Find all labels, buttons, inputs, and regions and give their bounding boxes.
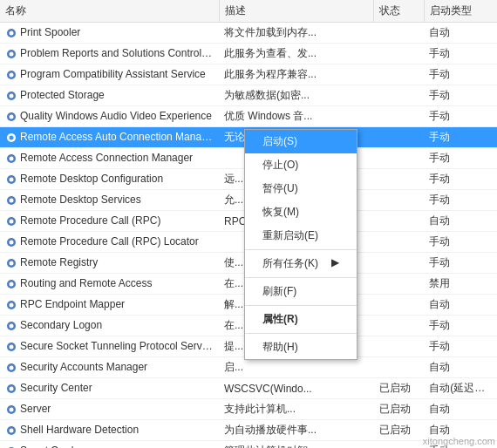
service-status	[374, 336, 425, 357]
svg-point-9	[10, 114, 14, 119]
service-startup: 自动	[424, 295, 497, 316]
context-menu-item[interactable]: 帮助(H)	[245, 336, 357, 359]
service-status	[374, 127, 425, 148]
service-status	[374, 148, 425, 169]
service-status: 已启动	[374, 420, 425, 441]
context-menu-item[interactable]: 刷新(F)	[245, 280, 357, 303]
service-startup: 手动	[424, 44, 497, 64]
svg-point-25	[10, 282, 14, 286]
col-desc-header[interactable]: 描述	[219, 0, 374, 23]
table-row[interactable]: Problem Reports and Solutions Control Pa…	[0, 44, 497, 64]
context-menu-item[interactable]: 所有任务(K)▶	[245, 252, 357, 275]
service-startup: 自动	[424, 399, 497, 420]
service-icon	[5, 110, 20, 122]
service-icon	[5, 89, 20, 101]
context-menu-item[interactable]: 暂停(U)	[245, 177, 357, 200]
service-status	[374, 44, 425, 64]
service-startup: 自动	[424, 23, 497, 44]
service-status	[374, 232, 425, 253]
service-startup: 禁用	[424, 274, 497, 295]
service-icon	[5, 256, 20, 268]
context-menu-label: 所有任务(K)	[262, 257, 318, 269]
service-icon	[5, 319, 20, 331]
context-menu-label: 暂停(U)	[262, 182, 298, 194]
svg-point-23	[10, 261, 14, 265]
context-menu-label: 属性(R)	[262, 313, 298, 325]
service-name: RPC Endpoint Mapper	[20, 298, 125, 310]
context-menu-item[interactable]: 重新启动(E)	[245, 224, 357, 248]
service-name: Secure Socket Tunneling Protocol Service	[20, 340, 215, 352]
service-startup: 手动	[424, 148, 497, 169]
context-menu: 启动(S)停止(O)暂停(U)恢复(M)重新启动(E)所有任务(K)▶刷新(F)…	[244, 129, 357, 360]
service-desc: 优质 Windows 音...	[219, 106, 374, 127]
svg-point-11	[10, 135, 14, 139]
service-status: 已启动	[374, 399, 425, 420]
service-icon	[5, 340, 20, 352]
service-icon	[5, 68, 20, 80]
svg-point-7	[10, 93, 14, 98]
service-name: Security Accounts Manager	[20, 361, 147, 373]
svg-point-35	[10, 386, 14, 390]
service-name: Security Center	[20, 382, 92, 394]
service-name: Protected Storage	[20, 89, 105, 101]
service-icon	[5, 235, 20, 248]
col-name-header[interactable]: 名称	[0, 0, 219, 23]
service-icon	[5, 214, 20, 227]
svg-point-31	[10, 344, 14, 349]
context-menu-item[interactable]: 属性(R)	[245, 308, 357, 331]
service-name: Smart Card	[20, 445, 73, 448]
table-row[interactable]: Print Spooler将文件加载到内存...自动	[0, 23, 497, 44]
svg-point-29	[10, 323, 14, 328]
context-menu-item[interactable]: 停止(O)	[245, 153, 357, 177]
svg-point-37	[10, 407, 14, 411]
service-desc: 将文件加载到内存...	[219, 23, 374, 44]
service-name: Print Spooler	[20, 26, 80, 38]
service-name: Quality Windows Audio Video Experience	[20, 110, 212, 122]
service-startup: 手动	[424, 253, 497, 274]
context-menu-separator	[245, 249, 357, 250]
service-name: Server	[20, 403, 51, 415]
svg-point-21	[10, 240, 14, 244]
service-icon	[5, 382, 20, 394]
service-name: Remote Procedure Call (RPC) Locator	[20, 235, 199, 248]
context-menu-item[interactable]: 启动(S)	[245, 130, 357, 153]
col-status-header[interactable]: 状态	[374, 0, 425, 23]
service-desc: 为自动播放硬件事...	[219, 420, 374, 441]
service-name: Remote Desktop Services	[20, 193, 141, 206]
service-icon	[5, 361, 20, 373]
service-startup: 手动	[424, 106, 497, 127]
service-status	[374, 64, 425, 85]
service-status	[374, 357, 425, 378]
service-desc: 启...	[219, 357, 374, 378]
table-row[interactable]: Security Accounts Manager启...自动	[0, 357, 497, 378]
table-row[interactable]: Quality Windows Audio Video Experience优质…	[0, 106, 497, 127]
service-name: Shell Hardware Detection	[20, 424, 139, 436]
context-menu-label: 恢复(M)	[262, 206, 299, 218]
service-name: Routing and Remote Access	[20, 277, 152, 289]
context-menu-item[interactable]: 恢复(M)	[245, 200, 357, 224]
submenu-arrow-icon: ▶	[331, 256, 339, 268]
table-row[interactable]: Server支持此计算机...已启动自动	[0, 399, 497, 420]
service-status	[374, 253, 425, 274]
service-icon	[5, 424, 20, 436]
svg-point-19	[10, 219, 14, 223]
service-name: Remote Registry	[20, 256, 98, 268]
service-icon	[5, 277, 20, 289]
service-startup: 手动	[424, 316, 497, 336]
service-icon	[5, 298, 20, 310]
service-status	[374, 441, 425, 449]
service-status	[374, 106, 425, 127]
service-startup: 自动	[424, 357, 497, 378]
table-row[interactable]: Security CenterWSCSVC(Windo...已启动自动(延迟启.…	[0, 378, 497, 399]
service-startup: 手动	[424, 190, 497, 211]
context-menu-separator	[245, 305, 357, 306]
service-icon	[5, 47, 20, 59]
col-startup-header[interactable]: 启动类型	[424, 0, 497, 23]
service-desc: WSCSVC(Windo...	[219, 378, 374, 399]
service-startup: 手动	[424, 64, 497, 85]
service-name: Remote Desktop Configuration	[20, 173, 163, 185]
table-row[interactable]: Program Compatibility Assistant Service此…	[0, 64, 497, 85]
table-row[interactable]: Protected Storage为敏感数据(如密...手动	[0, 85, 497, 106]
context-menu-label: 帮助(H)	[262, 341, 298, 353]
service-desc: 此服务为查看、发...	[219, 44, 374, 64]
